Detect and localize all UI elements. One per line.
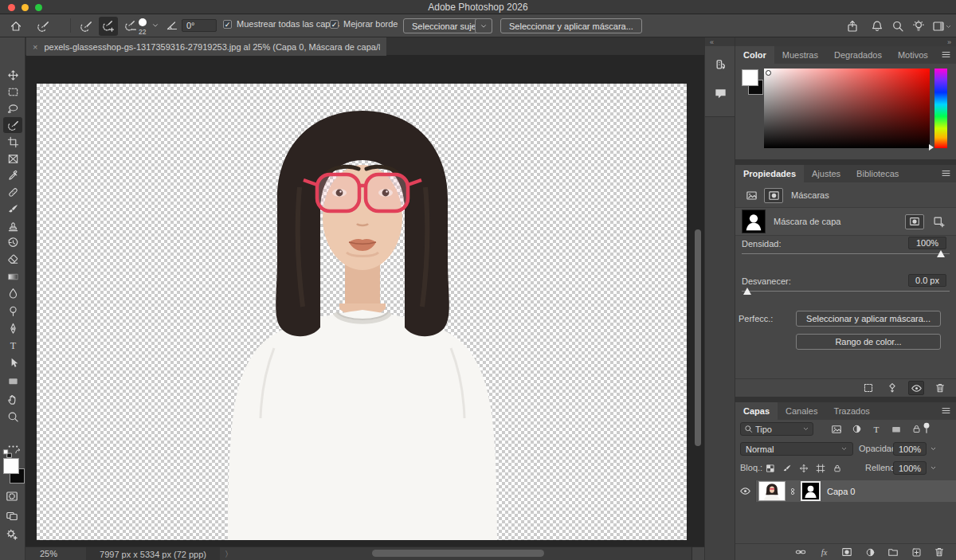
density-value[interactable]: 100%: [908, 237, 946, 249]
vertical-scrollbar[interactable]: [694, 74, 702, 560]
expand-dock-chevron[interactable]: »: [735, 37, 956, 46]
tab-trazados[interactable]: Trazados: [825, 402, 877, 420]
canvas-document[interactable]: [37, 84, 687, 540]
layer-visibility-eye-icon[interactable]: [735, 480, 756, 502]
tab-ajustes[interactable]: Ajustes: [804, 165, 848, 182]
shape-tool[interactable]: [3, 373, 22, 389]
tab-motivos[interactable]: Motivos: [890, 46, 936, 64]
hue-slider-thumb[interactable]: [929, 144, 934, 151]
adjustment-filter-icon[interactable]: [849, 422, 864, 436]
feather-value[interactable]: 0.0 px: [908, 274, 946, 287]
hue-slider[interactable]: [934, 69, 947, 148]
subject-chevron-icon[interactable]: [475, 18, 492, 33]
horizontal-scrollbar[interactable]: [372, 550, 544, 557]
lock-all-icon[interactable]: [831, 461, 844, 475]
fx-icon[interactable]: fx: [816, 545, 832, 559]
lock-pixels-icon[interactable]: [781, 461, 793, 475]
layer-filter-select[interactable]: Tipo: [740, 422, 813, 436]
tab-capas[interactable]: Capas: [735, 402, 778, 420]
layers-menu-icon[interactable]: [941, 405, 951, 416]
collapse-strip-chevron[interactable]: «: [705, 37, 735, 46]
tab-color[interactable]: Color: [735, 46, 774, 64]
sample-all-layers-checkbox[interactable]: ✓ Muestrear todas las capas: [223, 19, 339, 29]
delete-layer-icon[interactable]: [931, 545, 947, 559]
brush-size-chevron-icon[interactable]: [151, 22, 159, 29]
shape-filter-icon[interactable]: [889, 422, 903, 436]
spot-healing-tool[interactable]: [3, 184, 22, 200]
brush-size-preview[interactable]: [137, 18, 148, 26]
selection-brush-tool[interactable]: [3, 117, 22, 133]
feather-slider[interactable]: [742, 291, 950, 292]
bell-icon[interactable]: [868, 17, 887, 36]
new-layer-icon[interactable]: [908, 545, 924, 559]
mask-selection-icon[interactable]: [860, 381, 876, 395]
density-slider[interactable]: [742, 253, 950, 254]
gradient-tool[interactable]: [3, 268, 22, 284]
layer-mask-link-icon[interactable]: [788, 487, 797, 496]
document-info[interactable]: 7997 px x 5334 px (72 ppp): [86, 547, 220, 560]
lasso-tool[interactable]: [3, 100, 22, 116]
selection-brush-new-icon[interactable]: [76, 17, 96, 36]
select-and-mask-button[interactable]: Seleccionar y aplicar máscara...: [796, 311, 941, 327]
eyedropper-tool[interactable]: [3, 167, 22, 183]
foreground-color-swatch[interactable]: [742, 69, 758, 86]
layer-row[interactable]: Capa 0: [735, 480, 956, 502]
opacity-chevron-icon[interactable]: [930, 445, 937, 452]
group-layers-icon[interactable]: [885, 545, 901, 559]
saturation-brightness-field[interactable]: [764, 69, 930, 148]
color-menu-icon[interactable]: [941, 49, 951, 60]
lightbulb-icon[interactable]: [909, 17, 928, 36]
version-history-icon[interactable]: [705, 53, 735, 80]
tab-canales[interactable]: Canales: [778, 402, 825, 420]
layer-thumbnail[interactable]: [758, 481, 786, 501]
quick-mask-icon[interactable]: [6, 490, 18, 503]
crop-tool[interactable]: [3, 134, 22, 150]
zoom-tool[interactable]: [3, 409, 22, 425]
color-field-marker[interactable]: [766, 70, 771, 76]
brush-preset-picker[interactable]: [33, 17, 61, 36]
feather-slider-thumb[interactable]: [743, 288, 751, 295]
layer-mask-thumbnail[interactable]: [801, 481, 821, 501]
history-brush-tool[interactable]: [3, 234, 22, 250]
screen-mode-icon[interactable]: [6, 510, 18, 523]
tab-propiedades[interactable]: Propiedades: [735, 165, 804, 182]
link-layers-icon[interactable]: [793, 545, 809, 559]
tab-degradados[interactable]: Degradados: [826, 46, 890, 64]
color-range-button[interactable]: Rango de color...: [796, 334, 941, 350]
status-chevron-icon[interactable]: 〉: [225, 549, 233, 560]
tab-muestras[interactable]: Muestras: [774, 46, 826, 64]
selection-brush-add-icon[interactable]: [99, 17, 118, 36]
comments-icon[interactable]: [705, 80, 735, 107]
hand-tool[interactable]: [3, 391, 22, 407]
props-menu-icon[interactable]: [941, 168, 951, 178]
document-tab[interactable]: × pexels-glassesshop-gs-1317359316-27919…: [26, 37, 386, 56]
filter-toggle-icon[interactable]: [920, 421, 933, 434]
create-extra-icon[interactable]: [6, 528, 18, 541]
move-tool[interactable]: [3, 67, 22, 83]
select-and-mask-button[interactable]: Seleccionar y aplicar máscara...: [500, 18, 642, 33]
mask-visibility-eye-icon[interactable]: [908, 381, 924, 395]
pen-tool[interactable]: [3, 320, 22, 336]
type-filter-icon[interactable]: T: [869, 422, 884, 436]
edit-toolbar-button[interactable]: [3, 438, 22, 454]
type-tool[interactable]: T: [3, 337, 22, 353]
foreground-color-swatch[interactable]: [3, 458, 19, 474]
fill-value[interactable]: 100%: [893, 461, 927, 475]
lock-position-icon[interactable]: [797, 461, 810, 475]
layer-mask-row[interactable]: Máscara de capa: [735, 207, 956, 236]
path-select-tool[interactable]: [3, 354, 22, 370]
delete-mask-icon[interactable]: [932, 381, 948, 395]
adjustment-layer-icon[interactable]: [862, 545, 878, 559]
dodge-tool[interactable]: [3, 303, 22, 319]
add-mask-icon[interactable]: [839, 545, 855, 559]
frame-tool[interactable]: [3, 151, 22, 166]
angle-input[interactable]: 0°: [182, 19, 217, 32]
refine-edge-checkbox[interactable]: ✓ Mejorar borde: [330, 19, 398, 29]
brush-tool[interactable]: [3, 201, 22, 217]
workspace-switcher-icon[interactable]: [930, 17, 954, 36]
search-icon[interactable]: [888, 17, 907, 36]
doc-tab-close-icon[interactable]: ×: [33, 42, 37, 52]
clone-stamp-tool[interactable]: [3, 217, 22, 233]
home-icon[interactable]: [6, 17, 25, 36]
apply-mask-icon[interactable]: [884, 381, 900, 395]
